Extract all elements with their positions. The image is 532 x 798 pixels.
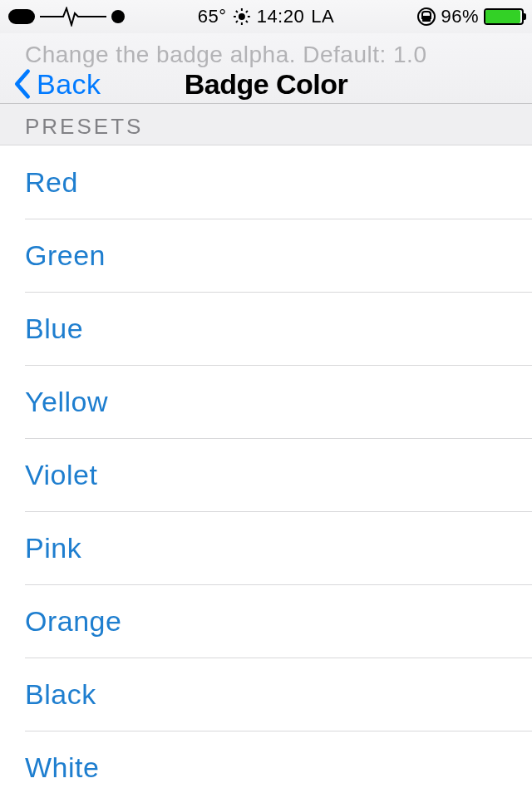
status-center: 65° 14:20 LA xyxy=(198,6,334,27)
rotation-lock-icon xyxy=(417,7,436,26)
sun-icon xyxy=(234,8,250,25)
chevron-left-icon xyxy=(12,68,32,100)
preset-violet[interactable]: Violet xyxy=(25,438,532,511)
temperature-label: 65° xyxy=(198,6,227,27)
location-label: LA xyxy=(311,6,334,27)
preset-green[interactable]: Green xyxy=(25,219,532,292)
presets-list: Red Green Blue Yellow Violet Pink Orange… xyxy=(0,145,532,798)
battery-fill xyxy=(485,10,520,23)
preset-blue[interactable]: Blue xyxy=(25,292,532,365)
status-right: 96% xyxy=(417,6,524,27)
svg-line-5 xyxy=(236,11,238,12)
svg-point-0 xyxy=(239,13,245,20)
section-header-presets: PRESETS xyxy=(0,104,532,145)
signal-indicator-right xyxy=(111,10,125,23)
preset-red[interactable]: Red xyxy=(0,145,532,219)
back-button[interactable]: Back xyxy=(12,68,101,101)
nav-title: Badge Color xyxy=(185,68,348,101)
preset-white[interactable]: White xyxy=(25,731,532,798)
back-label: Back xyxy=(37,68,101,101)
battery-icon xyxy=(484,8,524,25)
ghost-description: Change the badge alpha. Default: 1.0 xyxy=(25,42,426,68)
status-left xyxy=(8,7,125,27)
battery-percent-label: 96% xyxy=(441,6,479,27)
svg-line-6 xyxy=(246,21,248,22)
preset-pink[interactable]: Pink xyxy=(25,511,532,584)
svg-line-7 xyxy=(246,11,248,12)
svg-line-8 xyxy=(236,21,238,22)
pulse-icon xyxy=(40,7,106,27)
preset-yellow[interactable]: Yellow xyxy=(25,365,532,438)
preset-orange[interactable]: Orange xyxy=(25,584,532,658)
nav-bar: Change the badge alpha. Default: 1.0 Bac… xyxy=(0,33,532,104)
clock-label: 14:20 xyxy=(257,6,305,27)
signal-indicator-left xyxy=(8,9,35,24)
preset-black[interactable]: Black xyxy=(25,658,532,731)
status-bar: 65° 14:20 LA 96% xyxy=(0,0,532,33)
